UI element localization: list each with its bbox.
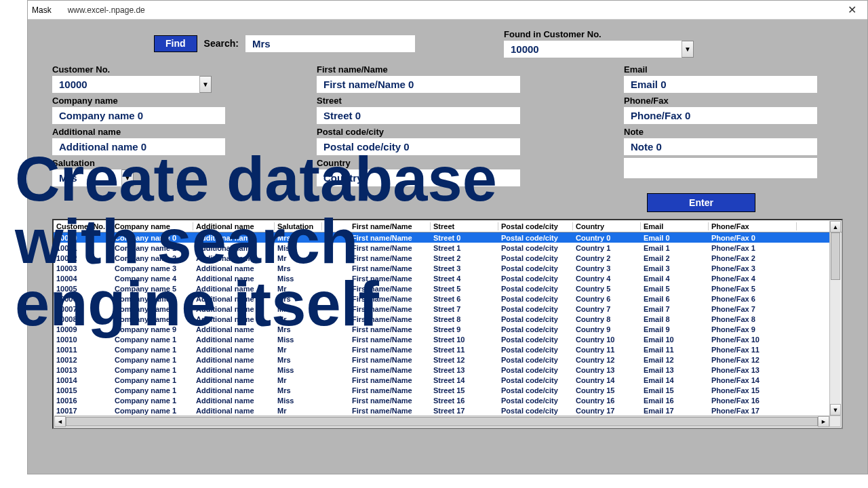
enter-button[interactable]: Enter — [647, 193, 755, 212]
addname-input[interactable] — [52, 138, 225, 155]
table-cell: Additional name — [193, 285, 275, 293]
find-button[interactable]: Find — [154, 35, 197, 52]
table-cell: Street 0 — [431, 234, 498, 242]
note-label: Note — [624, 127, 843, 137]
table-cell: 10012 — [54, 356, 112, 364]
table-cell: Phone/Fax 2 — [709, 254, 797, 262]
table-row[interactable]: 10006Company name 6Additional nameMrsFir… — [54, 293, 829, 304]
table-row[interactable]: 10012Company name 1Additional nameMrsFir… — [54, 354, 829, 365]
postal-input[interactable] — [317, 138, 520, 155]
column-header[interactable]: Street — [431, 222, 498, 230]
table-cell: 10009 — [54, 325, 112, 333]
found-combo[interactable] — [504, 41, 694, 58]
table-cell: Mr — [275, 315, 322, 323]
table-cell: Email 5 — [641, 285, 709, 293]
close-icon[interactable]: ✕ — [836, 1, 867, 20]
column-header[interactable]: Additional name — [193, 222, 275, 230]
table-cell: 10007 — [54, 305, 112, 313]
chevron-down-icon[interactable]: ▼ — [121, 169, 134, 186]
results-listbox[interactable]: Customer No.Company nameAdditional nameS… — [52, 219, 843, 429]
column-header[interactable]: Postal code/city — [498, 222, 573, 230]
table-cell: Street 15 — [431, 386, 498, 394]
table-cell: Additional name — [193, 386, 275, 394]
table-cell: Email 16 — [641, 396, 709, 405]
table-cell: Additional name — [193, 366, 275, 374]
table-cell: First name/Name — [349, 407, 431, 415]
table-cell: Country 16 — [573, 396, 641, 405]
scroll-left-icon[interactable]: ◄ — [54, 416, 66, 427]
table-cell: Phone/Fax 3 — [709, 264, 797, 272]
table-cell: First name/Name — [349, 305, 431, 313]
street-label: Street — [317, 96, 536, 106]
postal-label: Postal code/city — [317, 127, 536, 137]
table-cell: Country 17 — [573, 407, 641, 415]
table-cell: Postal code/city — [498, 336, 573, 344]
scroll-thumb[interactable] — [66, 417, 818, 426]
country-input[interactable] — [317, 169, 520, 186]
scroll-up-icon[interactable]: ▲ — [830, 221, 841, 232]
scroll-right-icon[interactable]: ► — [818, 416, 829, 427]
search-label: Search: — [204, 38, 239, 49]
table-cell: Mrs — [275, 264, 322, 272]
column-header[interactable]: Customer No. — [54, 222, 112, 230]
street-input[interactable] — [317, 107, 520, 124]
table-row[interactable]: 10015Company name 1Additional nameMrsFir… — [54, 385, 829, 395]
table-row[interactable]: 10011Company name 1Additional nameMrFirs… — [54, 344, 829, 354]
table-row[interactable]: 10007Company name 7Additional nameMissFi… — [54, 304, 829, 314]
scroll-thumb[interactable] — [831, 232, 840, 280]
table-row[interactable]: 10014Company name 1Additional nameMrFirs… — [54, 375, 829, 385]
firstname-input[interactable] — [317, 76, 520, 93]
table-row[interactable]: 10003Company name 3Additional nameMrsFir… — [54, 263, 829, 273]
column-header[interactable]: Country — [573, 222, 641, 230]
table-cell: Mrs — [275, 325, 322, 333]
company-label: Company name — [52, 96, 229, 106]
note-input[interactable] — [624, 138, 817, 155]
table-cell: Company name 6 — [112, 295, 193, 303]
table-cell: Additional name — [193, 254, 275, 262]
table-row[interactable]: 10009Company name 9Additional nameMrsFir… — [54, 324, 829, 334]
vertical-scrollbar[interactable]: ▲ ▼ — [829, 221, 841, 415]
customer-combo[interactable] — [52, 76, 212, 93]
table-cell: First name/Name — [349, 234, 431, 242]
table-cell: Company name 7 — [112, 305, 193, 313]
table-cell: Street 13 — [431, 366, 498, 374]
table-row[interactable]: 10010Company name 1Additional nameMissFi… — [54, 334, 829, 344]
table-cell: Miss — [275, 244, 322, 252]
column-header[interactable]: Company name — [112, 222, 193, 230]
table-cell: Additional name — [193, 396, 275, 405]
table-row[interactable]: 10002Company name 2Additional nameMrFirs… — [54, 253, 829, 263]
table-cell: 10017 — [54, 407, 112, 415]
table-row[interactable]: 10017Company name 1Additional nameMrFirs… — [54, 405, 829, 415]
table-row[interactable]: 10016Company name 1Additional nameMissFi… — [54, 395, 829, 405]
column-header[interactable]: First name/Name — [349, 222, 431, 230]
company-input[interactable] — [52, 107, 225, 124]
table-cell: Phone/Fax 13 — [709, 366, 797, 374]
horizontal-scrollbar[interactable]: ◄ ► — [54, 415, 829, 427]
table-cell: Company name 1 — [112, 244, 193, 252]
table-row[interactable]: 10000Company name 0Additional nameMrsFir… — [54, 232, 829, 243]
note2-input[interactable] — [624, 158, 817, 178]
phone-input[interactable] — [624, 107, 817, 124]
table-cell: Street 10 — [431, 336, 498, 344]
chevron-down-icon[interactable]: ▼ — [199, 76, 212, 93]
table-cell: Country 12 — [573, 356, 641, 364]
table-cell: Miss — [275, 305, 322, 313]
column-header[interactable]: Phone/Fax — [709, 222, 797, 230]
table-row[interactable]: 10013Company name 1Additional nameMissFi… — [54, 365, 829, 375]
table-cell: Email 10 — [641, 336, 709, 344]
table-cell: Company name 0 — [112, 234, 193, 242]
column-header[interactable]: Salutation — [275, 222, 322, 230]
table-cell: Street 7 — [431, 305, 498, 313]
table-row[interactable]: 10001Company name 1Additional nameMissFi… — [54, 243, 829, 253]
chevron-down-icon[interactable]: ▼ — [682, 41, 694, 58]
email-input[interactable] — [624, 76, 817, 93]
table-cell: Phone/Fax 8 — [709, 315, 797, 323]
column-header[interactable]: Email — [641, 222, 709, 230]
table-cell: Mr — [275, 376, 322, 384]
table-row[interactable]: 10005Company name 5Additional nameMrFirs… — [54, 283, 829, 293]
table-cell: First name/Name — [349, 315, 431, 323]
table-row[interactable]: 10004Company name 4Additional nameMissFi… — [54, 273, 829, 283]
scroll-down-icon[interactable]: ▼ — [830, 404, 841, 415]
table-row[interactable]: 10008Company name 8Additional nameMrFirs… — [54, 314, 829, 324]
search-input[interactable] — [245, 35, 415, 52]
